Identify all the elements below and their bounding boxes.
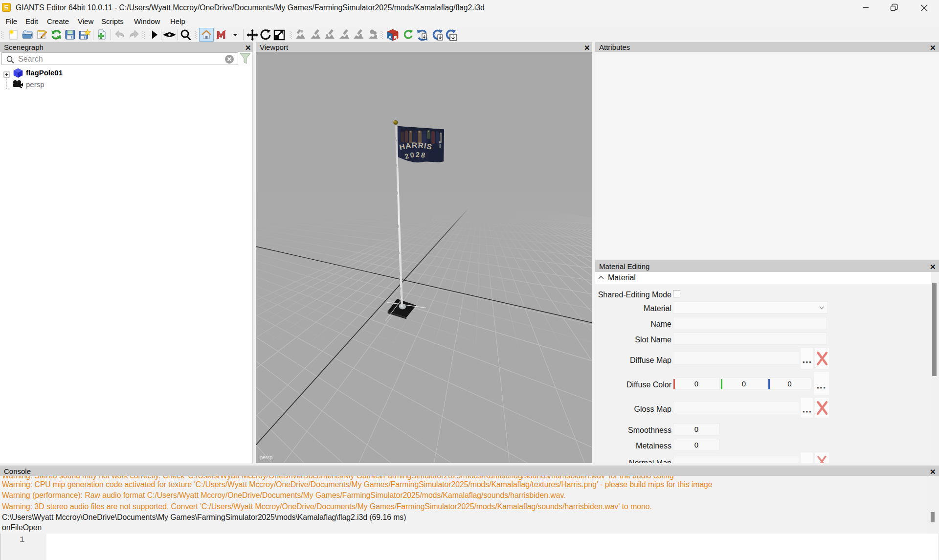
svg-text:B: B <box>394 35 398 40</box>
svg-text:A: A <box>388 35 392 40</box>
svg-text:persp: persp <box>260 455 272 460</box>
